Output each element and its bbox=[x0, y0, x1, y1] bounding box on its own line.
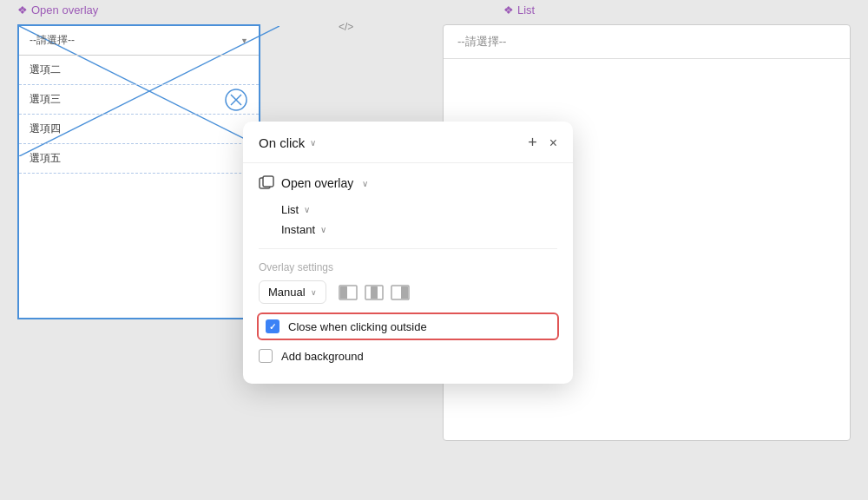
action-chevron: ∨ bbox=[362, 179, 368, 188]
svg-rect-14 bbox=[340, 286, 347, 299]
list-item: 選項三 bbox=[19, 85, 259, 115]
dropdown-arrow: ▼ bbox=[240, 36, 248, 45]
position-center-icon[interactable] bbox=[365, 285, 384, 300]
open-overlay-frame: --請選擇-- ▼ 選項二 選項三 選項四 選項五 bbox=[17, 24, 260, 319]
manual-chevron: ∨ bbox=[311, 288, 317, 297]
sub-row-label: List bbox=[281, 203, 299, 216]
add-background-row[interactable]: Add background bbox=[259, 349, 557, 363]
panel-header: On click ∨ + × bbox=[243, 122, 573, 163]
sub-row-list[interactable]: List ∨ bbox=[259, 200, 557, 220]
open-overlay-star-icon: ❖ bbox=[17, 3, 28, 16]
svg-rect-12 bbox=[263, 176, 273, 187]
list-star-icon: ❖ bbox=[503, 3, 514, 16]
manual-label: Manual bbox=[268, 286, 306, 299]
action-panel: On click ∨ + × Open overlay ∨ List ∨ Ins… bbox=[243, 122, 573, 384]
list-item: 選項五 bbox=[19, 144, 259, 174]
list-header: --請選擇-- bbox=[444, 25, 850, 59]
code-icon: </> bbox=[339, 21, 353, 33]
overlay-content: --請選擇-- ▼ 選項二 選項三 選項四 選項五 bbox=[19, 26, 259, 318]
sub-row-label: Instant bbox=[281, 223, 315, 236]
add-action-button[interactable]: + bbox=[528, 134, 537, 152]
action-label[interactable]: Open overlay bbox=[281, 176, 353, 190]
action-row: Open overlay ∨ bbox=[259, 175, 557, 191]
sub-row-chevron: ∨ bbox=[304, 205, 310, 214]
sub-row-instant[interactable]: Instant ∨ bbox=[259, 220, 557, 240]
add-background-label: Add background bbox=[281, 350, 364, 363]
close-outside-row[interactable]: ✓ Close when clicking outside bbox=[257, 312, 559, 340]
sub-row-chevron: ∨ bbox=[320, 225, 326, 234]
list-item: 選項二 bbox=[19, 56, 259, 85]
close-panel-button[interactable]: × bbox=[549, 135, 557, 151]
open-overlay-action-icon bbox=[259, 175, 274, 191]
open-overlay-title: Open overlay bbox=[31, 3, 98, 16]
settings-row: Manual ∨ bbox=[259, 280, 557, 304]
svg-rect-16 bbox=[371, 286, 378, 299]
svg-rect-18 bbox=[401, 286, 408, 299]
overlay-header-text: --請選擇-- bbox=[30, 33, 75, 48]
close-outside-checkbox[interactable]: ✓ bbox=[266, 319, 279, 333]
manual-dropdown[interactable]: Manual ∨ bbox=[259, 280, 326, 304]
close-outside-label: Close when clicking outside bbox=[288, 320, 427, 333]
circle-x-icon bbox=[224, 88, 248, 112]
open-overlay-label: ❖ Open overlay bbox=[17, 3, 98, 16]
panel-title-chevron: ∨ bbox=[310, 138, 316, 148]
list-title: List bbox=[517, 3, 535, 16]
panel-header-actions: + × bbox=[528, 134, 557, 152]
list-item: 選項四 bbox=[19, 115, 259, 144]
position-left-icon[interactable] bbox=[339, 285, 358, 300]
list-item-text: 選項三 bbox=[30, 93, 61, 105]
overlay-header-row: --請選擇-- ▼ bbox=[19, 26, 259, 56]
checkmark-icon: ✓ bbox=[269, 322, 276, 332]
panel-title-area[interactable]: On click ∨ bbox=[259, 135, 316, 150]
overlay-settings-label: Overlay settings bbox=[259, 258, 557, 280]
position-right-icon[interactable] bbox=[391, 285, 410, 300]
list-header-text: --請選擇-- bbox=[457, 35, 506, 48]
panel-title: On click bbox=[259, 135, 305, 150]
panel-divider bbox=[259, 248, 557, 249]
panel-body: Open overlay ∨ List ∨ Instant ∨ Overlay … bbox=[243, 163, 573, 384]
add-background-checkbox[interactable] bbox=[259, 349, 273, 363]
list-label: ❖ List bbox=[503, 3, 535, 16]
position-icons bbox=[339, 285, 410, 300]
